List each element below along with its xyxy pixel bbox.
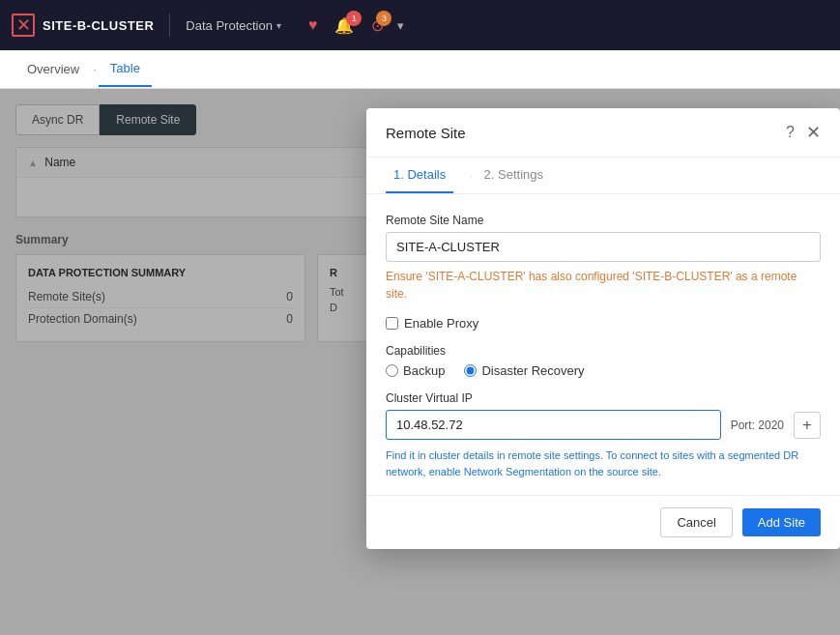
add-site-button[interactable]: Add Site	[742, 508, 821, 536]
chevron-down-icon: ▾	[276, 20, 281, 31]
modal-header: Remote Site ? ✕	[366, 108, 840, 158]
add-ip-btn[interactable]: +	[794, 412, 821, 439]
disaster-recovery-radio[interactable]	[464, 364, 477, 377]
heart-icon: ♥	[308, 16, 318, 34]
warning-text: Ensure 'SITE-A-CLUSTER' has also configu…	[386, 268, 821, 303]
subnav-table[interactable]: Table	[99, 51, 152, 87]
site-name-label: Remote Site Name	[386, 214, 821, 227]
enable-proxy-row: Enable Proxy	[386, 316, 821, 331]
backup-radio[interactable]	[386, 364, 398, 377]
cluster-vip-label: Cluster Virtual IP	[386, 391, 821, 405]
modal-close-btn[interactable]: ✕	[806, 122, 821, 143]
data-protection-label: Data Protection	[186, 18, 273, 33]
disaster-recovery-radio-item[interactable]: Disaster Recovery	[464, 363, 584, 378]
remote-site-modal: Remote Site ? ✕ 1. Details · 2. Settings…	[366, 108, 840, 549]
circle-icon-btn[interactable]: ⊙ 3	[371, 16, 384, 35]
modal-tab-details[interactable]: 1. Details	[386, 158, 453, 193]
modal-title: Remote Site	[386, 125, 466, 141]
topbar-notifications: ♥ 🔔 1 ⊙ 3 ▾	[308, 16, 405, 35]
enable-proxy-checkbox[interactable]	[386, 317, 398, 330]
cluster-name: SITE-B-CLUSTER	[43, 18, 154, 33]
subnav: Overview · Table	[0, 50, 840, 89]
capabilities-section: Capabilities Backup Disaster Recovery	[386, 344, 821, 378]
health-icon-btn[interactable]: ♥	[308, 16, 318, 34]
close-icon: ✕	[16, 14, 31, 36]
subnav-separator: ·	[93, 62, 97, 76]
capabilities-label: Capabilities	[386, 344, 821, 358]
cluster-vip-input[interactable]	[386, 410, 721, 440]
data-protection-nav[interactable]: Data Protection ▾	[186, 18, 281, 33]
modal-footer: Cancel Add Site	[366, 495, 840, 549]
enable-proxy-label[interactable]: Enable Proxy	[404, 316, 478, 331]
topbar: ✕ SITE-B-CLUSTER Data Protection ▾ ♥ 🔔 1…	[0, 0, 840, 50]
backup-radio-item[interactable]: Backup	[386, 363, 445, 378]
topbar-close-btn[interactable]: ✕	[12, 14, 35, 37]
circle-badge: 3	[376, 11, 391, 26]
capabilities-radio-group: Backup Disaster Recovery	[386, 363, 821, 378]
more-icon[interactable]: ▾	[397, 18, 404, 33]
site-name-field-group: Remote Site Name Ensure 'SITE-A-CLUSTER'…	[386, 214, 821, 303]
backup-radio-label: Backup	[403, 363, 445, 378]
modal-body: Remote Site Name Ensure 'SITE-A-CLUSTER'…	[366, 194, 840, 495]
subnav-overview[interactable]: Overview	[15, 52, 91, 86]
disaster-recovery-radio-label: Disaster Recovery	[481, 363, 584, 378]
help-icon[interactable]: ?	[786, 124, 795, 141]
modal-overlay: Remote Site ? ✕ 1. Details · 2. Settings…	[0, 89, 840, 635]
cancel-button[interactable]: Cancel	[660, 507, 732, 537]
cluster-help-text: Find it in cluster details in remote sit…	[386, 447, 821, 479]
port-label: Port: 2020	[731, 419, 784, 432]
bell-icon-btn[interactable]: 🔔 1	[334, 16, 354, 35]
bell-badge: 1	[346, 11, 362, 26]
modal-tab-sep: ·	[469, 169, 472, 183]
modal-tabs: 1. Details · 2. Settings	[366, 158, 840, 194]
cluster-vip-section: Cluster Virtual IP Port: 2020 + Find it …	[386, 391, 821, 479]
site-name-input[interactable]	[386, 232, 821, 262]
main-content: Async DR Remote Site ℹ No entit ▲ Name R…	[0, 89, 840, 635]
topbar-divider	[169, 14, 170, 37]
modal-header-actions: ? ✕	[786, 122, 821, 143]
modal-tab-settings[interactable]: 2. Settings	[477, 158, 551, 193]
cluster-ip-row: Port: 2020 +	[386, 410, 821, 440]
